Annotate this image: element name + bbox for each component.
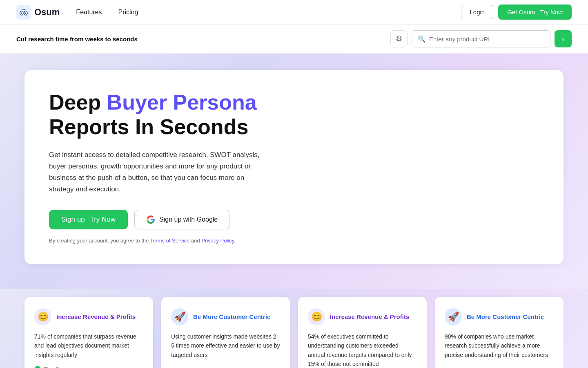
source-dot: ✓ [34,366,41,368]
logo-icon [16,5,31,20]
nav-features-link[interactable]: Features [76,9,102,16]
svg-point-6 [25,12,27,13]
benefit-icon: 🚀 [445,308,462,325]
filter-icon: ⚙ [396,34,402,43]
benefit-body: 54% of executives committed to understan… [308,332,417,368]
search-input[interactable] [429,36,544,43]
logo-link[interactable]: Osum [16,5,60,20]
try-now-label: Try Now [90,215,116,224]
source-label: Cintell* [43,366,60,368]
hero-title-highlight: Buyer Persona [107,90,257,114]
toolbar-search: ⚙ 🔍 › [390,30,572,47]
get-osum-label: Get Osum [507,9,535,16]
benefit-card: 😊 Increase Revenue & Profits 71% of comp… [24,297,153,368]
search-box: 🔍 [412,30,550,47]
google-signup-button[interactable]: Sign up with Google [134,210,229,229]
hero-card: Deep Buyer Persona Reports In Seconds Ge… [24,70,564,264]
benefit-title: Be More Customer Centric [467,313,544,320]
benefit-icon: 😊 [34,308,51,325]
search-go-button[interactable]: › [555,30,572,47]
benefit-card-header: 🚀 Be More Customer Centric [445,308,554,325]
login-button[interactable]: Login [461,5,493,19]
navbar: Osum Features Pricing Login Get Osum Try… [0,0,588,25]
hero-title: Deep Buyer Persona Reports In Seconds [49,90,539,139]
get-osum-button[interactable]: Get Osum Try Now [498,4,572,20]
terms-link[interactable]: Terms of Service [150,238,190,244]
nav-left: Osum Features Pricing [16,5,138,20]
hero-legal: By creating your account, you agree to t… [49,238,539,244]
signup-label: Sign up [61,215,85,224]
benefit-card: 🚀 Be More Customer Centric Using custome… [161,297,290,368]
toolbar-tagline: Cut research time from weeks to seconds [16,36,138,43]
benefits-grid: 😊 Increase Revenue & Profits 71% of comp… [24,297,564,368]
benefit-card-header: 😊 Increase Revenue & Profits [34,308,143,325]
chevron-right-icon: › [562,34,565,44]
benefit-title: Increase Revenue & Profits [330,313,409,320]
nav-right: Login Get Osum Try Now [461,4,572,20]
benefit-title: Increase Revenue & Profits [56,313,136,320]
benefit-body: 90% of companies who use market research… [445,332,554,359]
benefit-body: Using customer insights made websites 2–… [171,332,280,359]
benefit-icon: 🚀 [171,308,188,325]
benefit-icon: 😊 [308,308,325,325]
svg-rect-0 [16,5,31,20]
privacy-link[interactable]: Privacy Policy [201,238,234,244]
benefits-section: 😊 Increase Revenue & Profits 71% of comp… [0,289,588,368]
search-icon: 🔍 [418,35,426,43]
hero-buttons: Sign up Try Now Sign up with Google [49,210,539,229]
filter-button[interactable]: ⚙ [390,30,408,47]
hero-title-plain: Deep [49,90,107,114]
benefit-card: 🚀 Be More Customer Centric 90% of compan… [435,297,564,368]
try-now-label: Try Now [540,9,563,16]
and-text: and [189,238,201,244]
logo-text: Osum [34,7,60,18]
benefit-card: 😊 Increase Revenue & Profits 54% of exec… [298,297,427,368]
toolbar-bar: Cut research time from weeks to seconds … [0,25,588,54]
benefit-card-header: 😊 Increase Revenue & Profits [308,308,417,325]
benefit-title: Be More Customer Centric [193,313,270,320]
google-signup-label: Sign up with Google [159,216,218,223]
hero-section: Deep Buyer Persona Reports In Seconds Ge… [0,54,588,289]
legal-prefix: By creating your account, you agree to t… [49,238,150,244]
nav-pricing-link[interactable]: Pricing [118,9,138,16]
benefit-card-header: 🚀 Be More Customer Centric [171,308,280,325]
hero-title-plain2: Reports In Seconds [49,115,248,139]
svg-point-5 [21,12,22,13]
benefit-source: ✓ Cintell* [34,366,143,368]
google-icon [146,215,155,224]
hero-subtitle: Get instant access to detailed competiti… [49,149,270,195]
legal-suffix: . [234,238,236,244]
signup-now-button[interactable]: Sign up Try Now [49,210,128,229]
benefit-body: 71% of companies that surpass revenue an… [34,332,143,359]
